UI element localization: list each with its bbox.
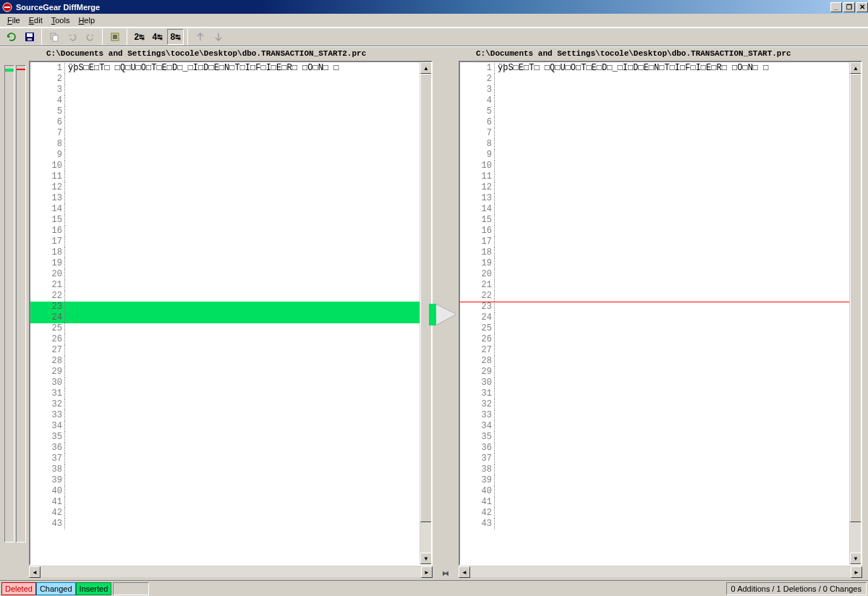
scroll-track[interactable]: [41, 566, 421, 577]
menu-file[interactable]: File: [3, 14, 25, 26]
maximize-button[interactable]: ❐: [843, 2, 855, 12]
save-button[interactable]: [21, 29, 38, 45]
left-code[interactable]: ÿþS□E□T□ □Q□U□O□T□E□D□_□I□D□E□N□T□I□F□I□…: [65, 62, 420, 564]
menu-edit[interactable]: Edit: [25, 14, 47, 26]
left-file-path: C:\Documents and Settings\tocole\Desktop…: [29, 49, 433, 61]
legend-changed: Changed: [36, 582, 76, 595]
scroll-up-button[interactable]: ▲: [420, 62, 432, 74]
right-code[interactable]: ÿþS□E□T□ □Q□U□O□T□E□D□_□I□D□E□N□T□I□F□I□…: [495, 62, 849, 564]
options-button[interactable]: [106, 29, 123, 45]
diff-connector: [435, 304, 456, 327]
redo-button[interactable]: [82, 29, 98, 45]
scroll-left-button[interactable]: ◄: [29, 566, 41, 578]
toolbar: 2↹ 4↹ 8↹: [0, 27, 868, 46]
next-diff-button[interactable]: [210, 29, 226, 45]
menubar: File Edit Tools Help: [0, 14, 868, 27]
minimize-button[interactable]: _: [830, 2, 842, 12]
window-title: SourceGear DiffMerge: [16, 3, 829, 12]
legend-inserted: Inserted: [76, 582, 112, 595]
view-2way-button[interactable]: 2↹: [131, 29, 148, 45]
right-panel: C:\Documents and Settings\tocole\Desktop…: [456, 49, 865, 577]
diff-handle-icon[interactable]: [429, 304, 436, 325]
scroll-up-button[interactable]: ▲: [850, 62, 861, 74]
overview-right-panel: [16, 65, 26, 580]
overview-right[interactable]: [16, 65, 26, 542]
left-codebox: 1234567891011121314151617181920212223242…: [29, 61, 433, 566]
diff-connector-area: ⧓: [435, 65, 456, 577]
view-8way-button[interactable]: 8↹: [167, 29, 184, 45]
toolbar-separator: [41, 29, 42, 45]
right-codebox: 1234567891011121314151617181920212223242…: [459, 61, 862, 566]
legend-deleted: Deleted: [1, 582, 36, 595]
center-strip: ⧓: [435, 49, 456, 577]
toolbar-separator: [127, 29, 127, 45]
scroll-thumb[interactable]: [850, 74, 861, 522]
scroll-left-button[interactable]: ◄: [459, 566, 470, 578]
work-area: C:\Documents and Settings\tocole\Desktop…: [0, 46, 868, 580]
left-panel: C:\Documents and Settings\tocole\Desktop…: [26, 49, 435, 577]
status-empty-cell: [113, 582, 149, 595]
overview-left[interactable]: [4, 65, 14, 542]
refresh-button[interactable]: [3, 29, 20, 45]
right-file-path: C:\Documents and Settings\tocole\Desktop…: [459, 49, 862, 61]
menu-help[interactable]: Help: [74, 14, 99, 26]
titlebar: SourceGear DiffMerge _ ❐ ✕: [0, 0, 868, 14]
status-summary: 0 Additions / 1 Deletions / 0 Changes: [726, 582, 867, 595]
scroll-thumb[interactable]: [420, 74, 432, 522]
right-gutter: 1234567891011121314151617181920212223242…: [460, 62, 495, 564]
overview-insert-mark: [5, 69, 14, 72]
menu-tools[interactable]: Tools: [47, 14, 75, 26]
scroll-right-button[interactable]: ►: [421, 566, 433, 578]
left-gutter: 1234567891011121314151617181920212223242…: [30, 62, 65, 564]
svg-rect-3: [27, 33, 33, 37]
close-button[interactable]: ✕: [856, 2, 868, 12]
overview-left-panel: [4, 65, 14, 580]
splitter-icon[interactable]: ⧓: [442, 569, 449, 577]
undo-button[interactable]: [64, 29, 80, 45]
statusbar: Deleted Changed Inserted 0 Additions / 1…: [0, 580, 868, 596]
toolbar-separator: [187, 29, 188, 45]
right-vscrollbar[interactable]: ▲ ▼: [849, 62, 861, 564]
prev-diff-button[interactable]: [192, 29, 208, 45]
right-hscrollbar[interactable]: ◄ ►: [459, 566, 862, 577]
overview-delete-mark: [17, 69, 25, 70]
toolbar-separator: [102, 29, 103, 45]
scroll-down-button[interactable]: ▼: [420, 553, 432, 564]
copy-button[interactable]: [46, 29, 62, 45]
left-hscrollbar[interactable]: ◄ ►: [29, 566, 433, 577]
app-icon: [1, 1, 13, 13]
view-4way-button[interactable]: 4↹: [149, 29, 166, 45]
svg-rect-1: [4, 7, 10, 8]
svg-rect-6: [53, 35, 58, 41]
scroll-right-button[interactable]: ►: [851, 566, 862, 578]
scroll-track[interactable]: [470, 566, 851, 577]
scroll-down-button[interactable]: ▼: [850, 553, 861, 564]
svg-rect-4: [27, 38, 32, 41]
window-buttons: _ ❐ ✕: [829, 2, 868, 12]
